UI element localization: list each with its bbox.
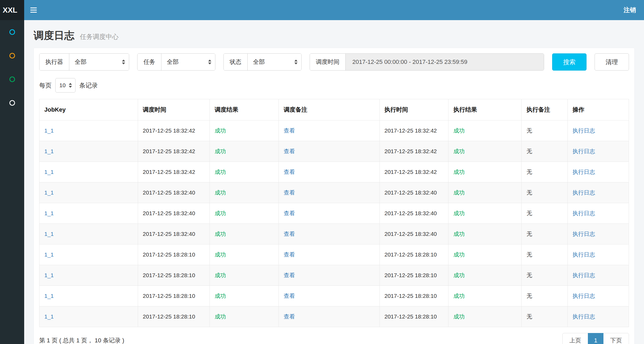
table-header-cell[interactable]: 执行备注 (522, 99, 567, 120)
clear-button[interactable]: 清理 (595, 53, 629, 71)
trigger-time-cell: 2017-12-25 18:32:42 (138, 141, 210, 162)
handle-msg-cell: 无 (522, 306, 567, 327)
action-cell: 执行日志 (567, 120, 629, 141)
sidebar-toggle-button[interactable] (24, 0, 43, 20)
jobkey-link[interactable]: 1_1 (44, 148, 54, 154)
handle-msg-cell: 无 (522, 203, 567, 224)
table-row: 1_1 2017-12-25 18:28:10 成功 查看 2017-12-25… (39, 244, 629, 265)
trigger-time-cell: 2017-12-25 18:32:40 (138, 224, 210, 244)
table-header-cell[interactable]: 执行结果 (448, 99, 522, 120)
handle-time-cell: 2017-12-25 18:32:42 (379, 120, 448, 141)
trigger-msg-link[interactable]: 查看 (284, 251, 295, 258)
handle-msg-cell: 无 (522, 265, 567, 286)
handle-result-cell: 成功 (448, 162, 522, 182)
page-size-suffix-label: 条记录 (79, 81, 98, 90)
jobkey-cell: 1_1 (39, 182, 138, 203)
trigger-msg-link[interactable]: 查看 (284, 231, 295, 237)
jobkey-cell: 1_1 (39, 141, 138, 162)
log-table: JobKey 调度时间 调度结果 调度备注 执行时间 执行结果 执行备注 操作 (39, 99, 629, 327)
trigger-time-cell: 2017-12-25 18:32:40 (138, 182, 210, 203)
jobkey-link[interactable]: 1_1 (44, 313, 54, 320)
table-header-cell[interactable]: 调度备注 (279, 99, 379, 120)
hamburger-icon (30, 8, 37, 13)
action-cell: 执行日志 (567, 162, 629, 182)
exec-log-link[interactable]: 执行日志 (573, 251, 595, 258)
trigger-msg-link[interactable]: 查看 (284, 313, 295, 320)
table-header-cell[interactable]: 调度时间 (138, 99, 210, 120)
table-header-cell[interactable]: 操作 (567, 99, 629, 120)
handle-time-cell: 2017-12-25 18:32:42 (379, 141, 448, 162)
trigger-msg-link[interactable]: 查看 (284, 272, 295, 278)
trigger-result-cell: 成功 (210, 244, 279, 265)
jobkey-link[interactable]: 1_1 (44, 210, 54, 216)
trigger-result-cell: 成功 (210, 120, 279, 141)
trigger-result-cell: 成功 (210, 265, 279, 286)
jobkey-link[interactable]: 1_1 (44, 251, 54, 258)
jobkey-link[interactable]: 1_1 (44, 127, 54, 134)
log-box: 执行器 全部 任务 全部 状态 全部 (34, 48, 635, 344)
exec-log-link[interactable]: 执行日志 (573, 127, 595, 134)
log-table-body: 1_1 2017-12-25 18:32:42 成功 查看 2017-12-25… (39, 120, 629, 327)
jobkey-link[interactable]: 1_1 (44, 293, 54, 299)
sidebar-menu-item[interactable] (0, 91, 24, 115)
trigger-time-filter-label: 调度时间 (310, 54, 346, 70)
handle-msg-cell: 无 (522, 224, 567, 244)
exec-log-link[interactable]: 执行日志 (573, 293, 595, 299)
sidebar-menu-item[interactable] (0, 67, 24, 91)
exec-log-link[interactable]: 执行日志 (573, 272, 595, 278)
jobkey-cell: 1_1 (39, 244, 138, 265)
trigger-msg-cell: 查看 (279, 306, 379, 327)
jobkey-link[interactable]: 1_1 (44, 169, 54, 175)
trigger-time-cell: 2017-12-25 18:28:10 (138, 244, 210, 265)
logout-button[interactable]: 注销 (616, 0, 644, 20)
jobkey-link[interactable]: 1_1 (44, 272, 54, 278)
action-cell: 执行日志 (567, 203, 629, 224)
search-button[interactable]: 搜索 (552, 53, 587, 71)
exec-log-link[interactable]: 执行日志 (573, 313, 595, 320)
prev-page-button[interactable]: 上页 (562, 333, 588, 344)
trigger-msg-link[interactable]: 查看 (284, 189, 295, 196)
table-header-cell[interactable]: 执行时间 (379, 99, 448, 120)
trigger-time-cell: 2017-12-25 18:28:10 (138, 306, 210, 327)
trigger-result-cell: 成功 (210, 203, 279, 224)
trigger-msg-cell: 查看 (279, 265, 379, 286)
trigger-msg-link[interactable]: 查看 (284, 293, 295, 299)
exec-log-link[interactable]: 执行日志 (573, 148, 595, 154)
handle-msg-cell: 无 (522, 182, 567, 203)
status-select[interactable]: 全部 (248, 54, 301, 70)
next-page-button[interactable]: 下页 (603, 333, 629, 344)
sidebar-menu-item[interactable] (0, 44, 24, 67)
trigger-msg-link[interactable]: 查看 (284, 169, 295, 175)
jobkey-cell: 1_1 (39, 203, 138, 224)
page-size-select[interactable]: 10 (55, 78, 75, 93)
table-row: 1_1 2017-12-25 18:28:10 成功 查看 2017-12-25… (39, 306, 629, 327)
trigger-msg-cell: 查看 (279, 224, 379, 244)
exec-log-link[interactable]: 执行日志 (573, 189, 595, 196)
jobkey-link[interactable]: 1_1 (44, 231, 54, 237)
pagination-summary: 第 1 页 ( 总共 1 页， 10 条记录 ) (39, 336, 124, 344)
executor-select[interactable]: 全部 (69, 54, 129, 70)
exec-log-link[interactable]: 执行日志 (573, 210, 595, 216)
handle-result-cell: 成功 (448, 182, 522, 203)
page-subtitle: 任务调度中心 (80, 33, 119, 40)
exec-log-link[interactable]: 执行日志 (573, 231, 595, 237)
table-header-cell[interactable]: JobKey (39, 99, 138, 120)
job-select[interactable]: 全部 (161, 54, 215, 70)
table-header-cell[interactable]: 调度结果 (210, 99, 279, 120)
handle-time-cell: 2017-12-25 18:32:42 (379, 162, 448, 182)
trigger-time-range-input[interactable]: 2017-12-25 00:00:00 - 2017-12-25 23:59:5… (346, 54, 544, 70)
jobkey-cell: 1_1 (39, 286, 138, 306)
sidebar-menu-item[interactable] (0, 20, 24, 44)
executor-select-value: 全部 (75, 58, 86, 66)
handle-result-cell: 成功 (448, 203, 522, 224)
trigger-msg-link[interactable]: 查看 (284, 148, 295, 154)
exec-log-link[interactable]: 执行日志 (573, 169, 595, 175)
handle-result-cell: 成功 (448, 244, 522, 265)
trigger-msg-link[interactable]: 查看 (284, 210, 295, 216)
current-page-button[interactable]: 1 (588, 333, 603, 344)
app-logo[interactable]: XXL (0, 0, 24, 20)
jobkey-link[interactable]: 1_1 (44, 189, 54, 196)
trigger-msg-link[interactable]: 查看 (284, 127, 295, 134)
executor-filter-group: 执行器 全部 (39, 53, 129, 71)
table-row: 1_1 2017-12-25 18:32:40 成功 查看 2017-12-25… (39, 203, 629, 224)
